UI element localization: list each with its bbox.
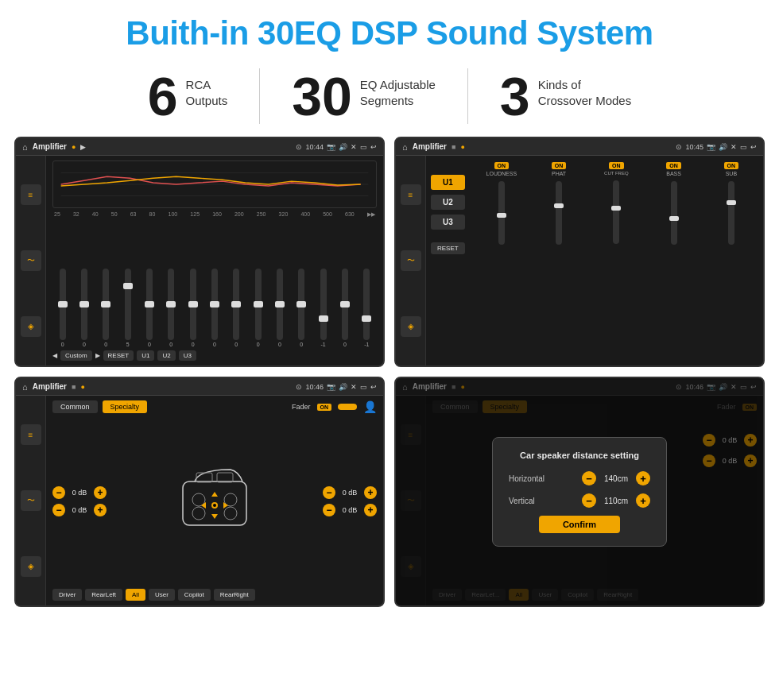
screen3-time: 10:46 xyxy=(305,383,324,391)
volume-icon-2[interactable]: 🔊 xyxy=(719,143,727,151)
eq-slider-8[interactable]: 0 xyxy=(227,269,246,347)
phat-slider[interactable] xyxy=(556,181,562,245)
screens-grid: ⌂ Amplifier ● ▶ ⊙ 10:44 📷 🔊 ✕ ▭ ↩ ≡ 〜 ◈ xyxy=(0,137,779,615)
eq-slider-7[interactable]: 0 xyxy=(204,269,224,347)
loudness-slider[interactable] xyxy=(498,181,505,245)
fader-controls: Fader ON 👤 xyxy=(292,400,377,413)
fader-slider[interactable] xyxy=(338,404,357,410)
on-badge-sub: ON xyxy=(724,162,739,169)
home-icon-1[interactable]: ⌂ xyxy=(22,142,28,152)
btn-driver[interactable]: Driver xyxy=(52,589,82,601)
screen3-topbar: ⌂ Amplifier ■ ● ⊙ 10:46 📷 🔊 ✕ ▭ ↩ xyxy=(16,378,383,396)
reset-btn-amp[interactable]: RESET xyxy=(431,242,465,254)
minimize-icon-3[interactable]: ▭ xyxy=(360,383,367,391)
sub-slider[interactable] xyxy=(728,181,734,245)
btn-copilot[interactable]: Copilot xyxy=(178,589,211,601)
close-icon-1[interactable]: ✕ xyxy=(351,143,357,151)
tab-specialty[interactable]: Specialty xyxy=(103,400,148,413)
db-plus-fr[interactable]: + xyxy=(364,486,377,499)
btn-all[interactable]: All xyxy=(126,589,145,601)
stat-number-6: 6 xyxy=(148,69,178,123)
close-icon-2[interactable]: ✕ xyxy=(731,143,737,151)
u3-btn[interactable]: U3 xyxy=(431,215,465,230)
eq-slider-5[interactable]: 0 xyxy=(161,269,181,347)
gps-icon-1: ⊙ xyxy=(296,143,302,151)
dialog-horizontal-plus[interactable]: + xyxy=(636,471,650,485)
db-val-rl: 0 dB xyxy=(68,506,91,514)
eq-slider-14[interactable]: -1 xyxy=(357,269,377,347)
amp-sidebar-btn-3[interactable]: ◈ xyxy=(401,316,421,337)
confirm-button[interactable]: Confirm xyxy=(539,516,620,533)
back-icon-3[interactable]: ↩ xyxy=(370,383,377,391)
eq-sidebar-btn-2[interactable]: 〜 xyxy=(21,250,41,271)
eq-slider-10[interactable]: 0 xyxy=(269,269,289,347)
volume-icon-1[interactable]: 🔊 xyxy=(339,143,347,151)
eq-slider-11[interactable]: 0 xyxy=(292,269,312,347)
eq-slider-13[interactable]: 0 xyxy=(335,269,355,347)
eq-slider-0[interactable]: 0 xyxy=(52,269,72,347)
stat-eq: 30 EQ AdjustableSegments xyxy=(260,69,467,123)
minimize-icon-1[interactable]: ▭ xyxy=(360,143,367,151)
car-diagram xyxy=(111,462,318,541)
u2-btn[interactable]: U2 xyxy=(431,195,465,210)
db-minus-fl[interactable]: − xyxy=(52,486,65,499)
back-icon-1[interactable]: ↩ xyxy=(370,143,377,151)
dialog-horizontal-minus[interactable]: − xyxy=(582,471,596,485)
volume-icon-3[interactable]: 🔊 xyxy=(339,383,347,391)
screen1-time-area: ⊙ 10:44 📷 🔊 ✕ ▭ ↩ xyxy=(296,143,377,151)
u1-preset[interactable]: U1 xyxy=(137,350,154,361)
db-minus-rr[interactable]: − xyxy=(323,504,335,516)
eq-slider-3[interactable]: 5 xyxy=(118,269,138,347)
eq-chart xyxy=(52,160,377,208)
db-plus-fl[interactable]: + xyxy=(94,486,107,499)
dialog-vertical-minus[interactable]: − xyxy=(582,493,596,508)
cutfreq-slider[interactable] xyxy=(613,180,619,244)
minimize-icon-2[interactable]: ▭ xyxy=(740,143,747,151)
db-minus-rl[interactable]: − xyxy=(52,504,65,516)
amp-sidebar-btn-2[interactable]: 〜 xyxy=(401,250,421,271)
dialog-vertical-value: 110cm xyxy=(599,497,633,505)
svg-point-8 xyxy=(192,507,205,520)
eq-sidebar-btn-1[interactable]: ≡ xyxy=(21,184,41,205)
cs-sidebar-btn-1[interactable]: ≡ xyxy=(21,424,41,445)
page-title: Buith-in 30EQ DSP Sound System xyxy=(0,0,779,60)
dialog-title: Car speaker distance setting xyxy=(509,451,650,460)
play-icon-1[interactable]: ▶ xyxy=(80,143,86,151)
eq-slider-12[interactable]: -1 xyxy=(313,269,333,347)
u1-btn[interactable]: U1 xyxy=(431,175,465,190)
eq-slider-4[interactable]: 0 xyxy=(139,269,159,347)
eq-slider-9[interactable]: 0 xyxy=(248,269,268,347)
prev-icon[interactable]: ◀ xyxy=(52,352,57,359)
dialog-vertical-plus[interactable]: + xyxy=(636,493,650,508)
back-icon-2[interactable]: ↩ xyxy=(750,143,757,151)
play-preset[interactable]: ▶ xyxy=(95,352,100,359)
btn-rearright[interactable]: RearRight xyxy=(214,589,255,601)
u2-preset[interactable]: U2 xyxy=(157,350,175,361)
dot-icon-2: ■ xyxy=(452,143,455,151)
cs-sidebar-btn-2[interactable]: 〜 xyxy=(21,490,41,511)
eq-sidebar-btn-3[interactable]: ◈ xyxy=(21,316,41,337)
u3-preset[interactable]: U3 xyxy=(179,350,196,361)
home-icon-3[interactable]: ⌂ xyxy=(22,382,28,392)
cs-sidebar-btn-3[interactable]: ◈ xyxy=(21,556,41,577)
reset-preset[interactable]: RESET xyxy=(103,350,134,361)
db-minus-fr[interactable]: − xyxy=(323,486,335,499)
btn-user[interactable]: User xyxy=(149,589,175,601)
eq-slider-1[interactable]: 0 xyxy=(74,269,94,347)
dialog-horizontal-value: 140cm xyxy=(599,474,633,483)
db-val-fl: 0 dB xyxy=(68,489,91,497)
screen2-topbar: ⌂ Amplifier ■ ● ⊙ 10:45 📷 🔊 ✕ ▭ ↩ xyxy=(396,138,763,156)
db-plus-rl[interactable]: + xyxy=(94,504,107,516)
home-icon-2[interactable]: ⌂ xyxy=(402,142,408,152)
close-icon-3[interactable]: ✕ xyxy=(351,383,357,391)
db-plus-rr[interactable]: + xyxy=(364,504,377,516)
eq-slider-6[interactable]: 0 xyxy=(183,269,203,347)
bass-slider[interactable] xyxy=(671,181,677,245)
stat-number-3: 3 xyxy=(500,69,530,123)
dialog-horizontal-row: Horizontal − 140cm + xyxy=(509,471,650,485)
eq-slider-2[interactable]: 0 xyxy=(96,269,116,347)
gps-icon-2: ⊙ xyxy=(676,143,682,151)
tab-common[interactable]: Common xyxy=(52,400,98,413)
amp-sidebar-btn-1[interactable]: ≡ xyxy=(401,184,421,205)
btn-rearleft[interactable]: RearLeft xyxy=(85,589,122,601)
